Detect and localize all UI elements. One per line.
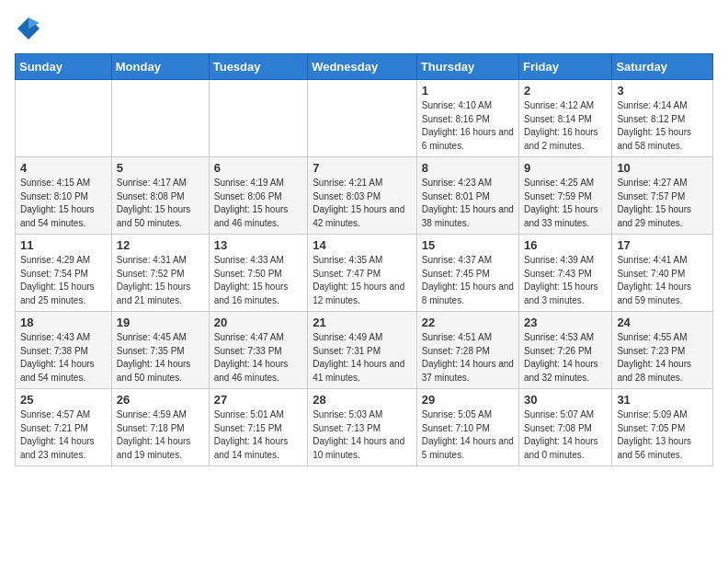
- day-number: 25: [20, 393, 107, 407]
- day-cell-empty-2: [209, 80, 307, 157]
- day-info: Sunrise: 4:51 AMSunset: 7:28 PMDaylight:…: [422, 331, 514, 385]
- day-number: 2: [524, 84, 607, 98]
- week-row-3: 11Sunrise: 4:29 AMSunset: 7:54 PMDayligh…: [16, 235, 713, 312]
- day-cell-18: 18Sunrise: 4:43 AMSunset: 7:38 PMDayligh…: [16, 312, 112, 389]
- weekday-header-thursday: Thursday: [416, 54, 518, 80]
- day-info: Sunrise: 5:07 AMSunset: 7:08 PMDaylight:…: [524, 408, 607, 462]
- day-cell-2: 2Sunrise: 4:12 AMSunset: 8:14 PMDaylight…: [518, 80, 611, 157]
- day-cell-29: 29Sunrise: 5:05 AMSunset: 7:10 PMDayligh…: [416, 389, 518, 466]
- day-cell-empty-1: [111, 80, 209, 157]
- weekday-header-saturday: Saturday: [612, 54, 713, 80]
- day-info: Sunrise: 4:35 AMSunset: 7:47 PMDaylight:…: [313, 254, 412, 307]
- day-cell-16: 16Sunrise: 4:39 AMSunset: 7:43 PMDayligh…: [518, 235, 611, 312]
- day-number: 6: [214, 161, 302, 175]
- day-info: Sunrise: 4:47 AMSunset: 7:33 PMDaylight:…: [214, 331, 302, 385]
- day-number: 26: [117, 393, 204, 407]
- day-cell-24: 24Sunrise: 4:55 AMSunset: 7:23 PMDayligh…: [612, 312, 713, 389]
- day-number: 9: [524, 161, 607, 175]
- day-number: 27: [214, 393, 302, 407]
- day-cell-10: 10Sunrise: 4:27 AMSunset: 7:57 PMDayligh…: [612, 157, 713, 235]
- day-info: Sunrise: 4:33 AMSunset: 7:50 PMDaylight:…: [214, 254, 302, 307]
- calendar-table: SundayMondayTuesdayWednesdayThursdayFrid…: [15, 53, 713, 466]
- week-row-2: 4Sunrise: 4:15 AMSunset: 8:10 PMDaylight…: [16, 157, 713, 235]
- day-info: Sunrise: 4:57 AMSunset: 7:21 PMDaylight:…: [20, 408, 107, 462]
- day-number: 8: [422, 161, 514, 175]
- day-info: Sunrise: 4:17 AMSunset: 8:08 PMDaylight:…: [117, 177, 204, 230]
- day-info: Sunrise: 4:41 AMSunset: 7:40 PMDaylight:…: [617, 254, 708, 307]
- day-cell-21: 21Sunrise: 4:49 AMSunset: 7:31 PMDayligh…: [308, 312, 417, 389]
- day-cell-19: 19Sunrise: 4:45 AMSunset: 7:35 PMDayligh…: [111, 312, 209, 389]
- day-number: 17: [617, 238, 708, 252]
- day-info: Sunrise: 4:27 AMSunset: 7:57 PMDaylight:…: [617, 177, 708, 230]
- day-number: 19: [117, 316, 204, 329]
- weekday-header-monday: Monday: [111, 54, 209, 80]
- day-number: 1: [422, 84, 514, 98]
- weekday-header-tuesday: Tuesday: [209, 54, 307, 80]
- weekday-header-sunday: Sunday: [16, 54, 112, 80]
- weekday-header-row: SundayMondayTuesdayWednesdayThursdayFrid…: [16, 54, 713, 80]
- day-info: Sunrise: 4:21 AMSunset: 8:03 PMDaylight:…: [313, 177, 412, 230]
- day-number: 30: [524, 393, 607, 407]
- day-cell-23: 23Sunrise: 4:53 AMSunset: 7:26 PMDayligh…: [518, 312, 611, 389]
- day-cell-empty-0: [16, 80, 112, 157]
- day-number: 29: [422, 393, 514, 407]
- day-cell-5: 5Sunrise: 4:17 AMSunset: 8:08 PMDaylight…: [111, 157, 209, 235]
- logo-icon: [15, 15, 42, 42]
- day-info: Sunrise: 5:03 AMSunset: 7:13 PMDaylight:…: [313, 408, 412, 462]
- day-cell-31: 31Sunrise: 5:09 AMSunset: 7:05 PMDayligh…: [612, 389, 713, 466]
- day-info: Sunrise: 5:01 AMSunset: 7:15 PMDaylight:…: [214, 408, 302, 462]
- day-cell-6: 6Sunrise: 4:19 AMSunset: 8:06 PMDaylight…: [209, 157, 307, 235]
- week-row-5: 25Sunrise: 4:57 AMSunset: 7:21 PMDayligh…: [16, 389, 713, 466]
- weekday-header-friday: Friday: [518, 54, 611, 80]
- day-cell-17: 17Sunrise: 4:41 AMSunset: 7:40 PMDayligh…: [612, 235, 713, 312]
- day-number: 31: [617, 393, 708, 407]
- day-info: Sunrise: 4:45 AMSunset: 7:35 PMDaylight:…: [117, 331, 204, 385]
- day-cell-25: 25Sunrise: 4:57 AMSunset: 7:21 PMDayligh…: [16, 389, 112, 466]
- week-row-4: 18Sunrise: 4:43 AMSunset: 7:38 PMDayligh…: [16, 312, 713, 389]
- day-info: Sunrise: 4:55 AMSunset: 7:23 PMDaylight:…: [617, 331, 708, 385]
- day-info: Sunrise: 4:37 AMSunset: 7:45 PMDaylight:…: [422, 254, 514, 307]
- day-number: 18: [20, 316, 107, 329]
- day-number: 11: [20, 238, 107, 252]
- day-number: 7: [313, 161, 412, 175]
- week-row-1: 1Sunrise: 4:10 AMSunset: 8:16 PMDaylight…: [16, 80, 713, 157]
- day-number: 12: [117, 238, 204, 252]
- day-cell-30: 30Sunrise: 5:07 AMSunset: 7:08 PMDayligh…: [518, 389, 611, 466]
- logo: [15, 15, 46, 42]
- day-info: Sunrise: 4:10 AMSunset: 8:16 PMDaylight:…: [422, 99, 514, 153]
- day-cell-13: 13Sunrise: 4:33 AMSunset: 7:50 PMDayligh…: [209, 235, 307, 312]
- day-cell-27: 27Sunrise: 5:01 AMSunset: 7:15 PMDayligh…: [209, 389, 307, 466]
- day-cell-28: 28Sunrise: 5:03 AMSunset: 7:13 PMDayligh…: [308, 389, 417, 466]
- day-number: 22: [422, 316, 514, 329]
- day-number: 28: [313, 393, 412, 407]
- day-cell-8: 8Sunrise: 4:23 AMSunset: 8:01 PMDaylight…: [416, 157, 518, 235]
- day-number: 14: [313, 238, 412, 252]
- day-cell-1: 1Sunrise: 4:10 AMSunset: 8:16 PMDaylight…: [416, 80, 518, 157]
- day-cell-3: 3Sunrise: 4:14 AMSunset: 8:12 PMDaylight…: [612, 80, 713, 157]
- day-number: 13: [214, 238, 302, 252]
- day-cell-4: 4Sunrise: 4:15 AMSunset: 8:10 PMDaylight…: [16, 157, 112, 235]
- day-info: Sunrise: 4:49 AMSunset: 7:31 PMDaylight:…: [313, 331, 412, 385]
- weekday-header-wednesday: Wednesday: [308, 54, 417, 80]
- day-number: 10: [617, 161, 708, 175]
- day-info: Sunrise: 4:29 AMSunset: 7:54 PMDaylight:…: [20, 254, 107, 307]
- day-cell-12: 12Sunrise: 4:31 AMSunset: 7:52 PMDayligh…: [111, 235, 209, 312]
- day-info: Sunrise: 4:43 AMSunset: 7:38 PMDaylight:…: [20, 331, 107, 385]
- day-info: Sunrise: 4:53 AMSunset: 7:26 PMDaylight:…: [524, 331, 607, 385]
- day-number: 5: [117, 161, 204, 175]
- day-cell-22: 22Sunrise: 4:51 AMSunset: 7:28 PMDayligh…: [416, 312, 518, 389]
- day-cell-20: 20Sunrise: 4:47 AMSunset: 7:33 PMDayligh…: [209, 312, 307, 389]
- day-info: Sunrise: 5:09 AMSunset: 7:05 PMDaylight:…: [617, 408, 708, 462]
- day-number: 3: [617, 84, 708, 98]
- day-info: Sunrise: 5:05 AMSunset: 7:10 PMDaylight:…: [422, 408, 514, 462]
- day-cell-11: 11Sunrise: 4:29 AMSunset: 7:54 PMDayligh…: [16, 235, 112, 312]
- day-number: 4: [20, 161, 107, 175]
- day-info: Sunrise: 4:23 AMSunset: 8:01 PMDaylight:…: [422, 177, 514, 230]
- day-info: Sunrise: 4:31 AMSunset: 7:52 PMDaylight:…: [117, 254, 204, 307]
- day-cell-9: 9Sunrise: 4:25 AMSunset: 7:59 PMDaylight…: [518, 157, 611, 235]
- day-info: Sunrise: 4:12 AMSunset: 8:14 PMDaylight:…: [524, 99, 607, 153]
- day-number: 16: [524, 238, 607, 252]
- day-info: Sunrise: 4:39 AMSunset: 7:43 PMDaylight:…: [524, 254, 607, 307]
- day-info: Sunrise: 4:59 AMSunset: 7:18 PMDaylight:…: [117, 408, 204, 462]
- day-cell-7: 7Sunrise: 4:21 AMSunset: 8:03 PMDaylight…: [308, 157, 417, 235]
